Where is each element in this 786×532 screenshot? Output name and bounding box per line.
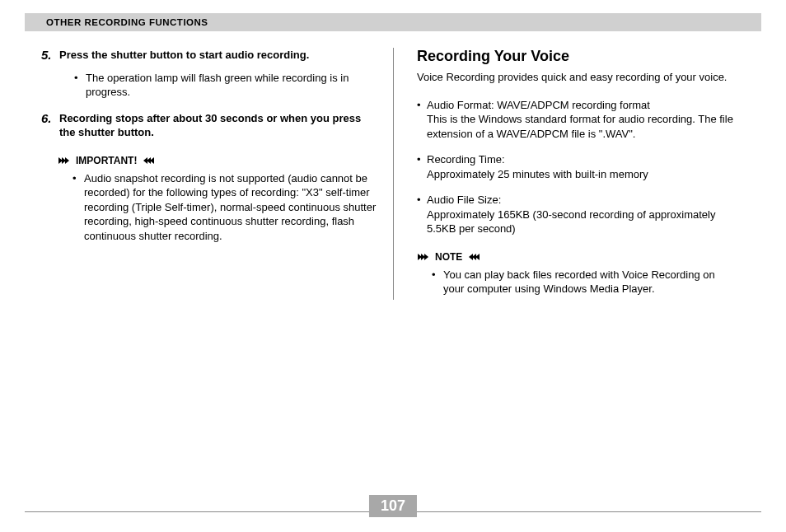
note-bullet: • You can play back files recorded with … xyxy=(432,268,738,296)
left-column: 5. Press the shutter button to start aud… xyxy=(25,48,393,300)
page-footer: 107 xyxy=(25,511,761,512)
spec-label: Audio File Size: xyxy=(427,194,501,206)
page-number: 107 xyxy=(369,495,417,517)
step-5-bullet: • The operation lamp will flash green wh… xyxy=(74,71,377,100)
step-5: 5. Press the shutter button to start aud… xyxy=(41,48,377,63)
step-text: Recording stops after about 30 seconds o… xyxy=(59,111,377,140)
important-bullet: • Audio snapshot recording is not suppor… xyxy=(73,171,377,244)
callout-right-icon xyxy=(466,253,480,261)
bullet-dot: • xyxy=(73,171,84,244)
callout-right-icon xyxy=(140,156,155,165)
section-header-title: OTHER RECORDING FUNCTIONS xyxy=(25,17,208,27)
note-callout: NOTE xyxy=(417,251,738,263)
spec-detail: This is the Windows standard format for … xyxy=(427,113,733,140)
section-header-bar: OTHER RECORDING FUNCTIONS xyxy=(25,13,761,31)
bullet-dot: • xyxy=(417,98,427,142)
section-intro: Voice Recording provides quick and easy … xyxy=(417,70,738,85)
spec-detail: Approximately 165KB (30-second recording… xyxy=(427,208,715,236)
two-column-layout: 5. Press the shutter button to start aud… xyxy=(25,48,761,300)
important-callout: IMPORTANT! xyxy=(58,155,377,166)
right-column: Recording Your Voice Voice Recording pro… xyxy=(393,48,761,300)
bullet-dot: • xyxy=(432,268,443,296)
important-label: IMPORTANT! xyxy=(76,155,137,166)
spec-label: Audio Format: WAVE/ADPCM recording forma… xyxy=(427,99,650,111)
bullet-text: Audio snapshot recording is not supporte… xyxy=(84,171,377,244)
spec-item-file-size: • Audio File Size: Approximately 165KB (… xyxy=(417,193,738,236)
manual-page: OTHER RECORDING FUNCTIONS 5. Press the s… xyxy=(0,0,786,532)
spec-detail: Approximately 25 minutes with built-in m… xyxy=(427,168,648,180)
bullet-dot: • xyxy=(417,152,427,181)
callout-left-icon xyxy=(417,253,432,261)
spec-item-audio-format: • Audio Format: WAVE/ADPCM recording for… xyxy=(417,98,738,142)
spec-label: Recording Time: xyxy=(427,153,505,166)
bullet-text: The operation lamp will flash green whil… xyxy=(86,71,377,100)
spec-item-recording-time: • Recording Time: Approximately 25 minut… xyxy=(417,152,738,181)
bullet-dot: • xyxy=(74,71,86,100)
spec-list: • Audio Format: WAVE/ADPCM recording for… xyxy=(417,98,738,236)
step-6: 6. Recording stops after about 30 second… xyxy=(41,111,377,140)
step-number: 6. xyxy=(41,111,59,140)
callout-left-icon xyxy=(58,156,73,165)
step-text: Press the shutter button to start audio … xyxy=(59,48,309,63)
note-label: NOTE xyxy=(435,251,462,263)
section-title: Recording Your Voice xyxy=(417,48,738,65)
bullet-dot: • xyxy=(417,193,427,236)
step-number: 5. xyxy=(41,48,59,63)
bullet-text: You can play back files recorded with Vo… xyxy=(443,268,738,296)
